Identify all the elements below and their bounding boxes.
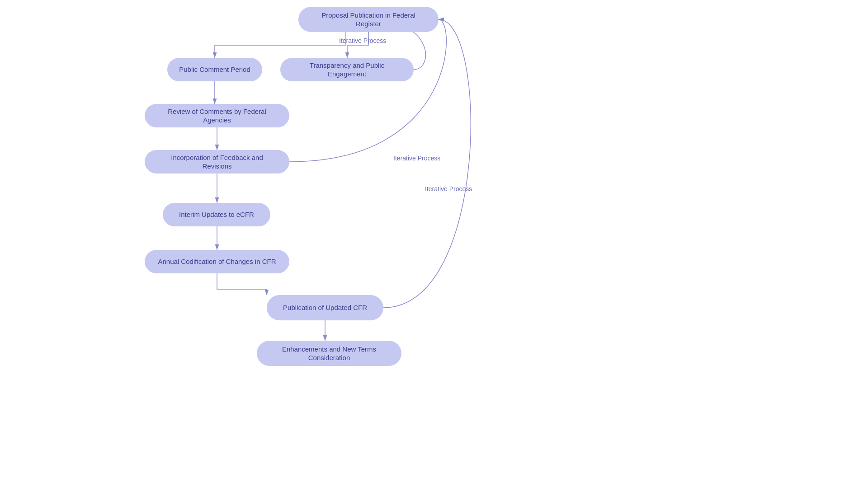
diagram-container: Proposal Publication in Federal Register… [0,0,868,488]
node-annual-codification: Annual Codification of Changes in CFR [145,250,289,273]
node-enhancements: Enhancements and New Terms Consideration [257,341,401,366]
node-public-comment: Public Comment Period [167,58,262,81]
label-iterative-process-1: Iterative Process [339,37,386,44]
node-transparency: Transparency and Public Engagement [280,58,414,81]
label-iterative-process-3: Iterative Process [425,185,472,192]
node-publication-cfr: Publication of Updated CFR [267,295,383,320]
arrows-svg [0,0,868,488]
node-interim-updates: Interim Updates to eCFR [163,203,270,226]
node-review-comments: Review of Comments by Federal Agencies [145,104,289,127]
node-incorporation: Incorporation of Feedback and Revisions [145,150,289,174]
label-iterative-process-2: Iterative Process [393,155,440,162]
node-proposal: Proposal Publication in Federal Register [298,7,439,32]
